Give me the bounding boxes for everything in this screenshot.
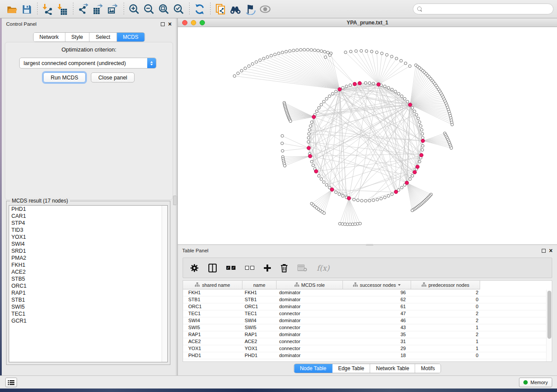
search-box[interactable]: [413, 3, 554, 14]
mcds-hub-node[interactable]: [330, 188, 334, 191]
network-svg[interactable]: [178, 27, 557, 244]
ring-node[interactable]: [331, 93, 334, 95]
mcds-hub-node[interactable]: [416, 165, 419, 168]
leaf-node[interactable]: [408, 65, 411, 67]
ring-node[interactable]: [397, 93, 400, 95]
table-row[interactable]: SWI5SWI5connector431: [183, 324, 552, 331]
ring-node[interactable]: [310, 121, 313, 124]
leaf-node[interactable]: [323, 50, 326, 53]
mcds-result-item[interactable]: TID3: [9, 227, 167, 234]
leaf-node[interactable]: [262, 57, 265, 60]
horizontal-splitter-grip[interactable]: [366, 244, 374, 246]
column-header-name[interactable]: name: [242, 281, 277, 289]
column-header-predecessor-nodes[interactable]: predecessor nodes: [411, 281, 480, 289]
mcds-result-list[interactable]: PHD1CAR1STP4TID3YOX1SWI4SRD1PMA2FKH1ACE2…: [9, 205, 168, 362]
tab-mcds[interactable]: MCDS: [117, 33, 144, 41]
leaf-node[interactable]: [360, 49, 363, 52]
tab-network-table[interactable]: Network Table: [370, 364, 415, 373]
leaf-node[interactable]: [306, 48, 309, 51]
deselect-all-icon[interactable]: [245, 266, 254, 270]
mcds-hub-node[interactable]: [413, 170, 416, 174]
ring-node[interactable]: [384, 85, 386, 88]
ring-node[interactable]: [318, 175, 320, 177]
leaf-node[interactable]: [277, 52, 280, 55]
mcds-result-item[interactable]: STB1: [9, 296, 167, 303]
ring-node[interactable]: [320, 178, 322, 180]
mcds-result-item[interactable]: PMA2: [9, 254, 167, 261]
table-row[interactable]: FKH1FKH1dominator962: [183, 289, 552, 296]
tab-edge-table[interactable]: Edge Table: [332, 364, 370, 373]
ring-node[interactable]: [325, 184, 328, 186]
leaf-node[interactable]: [270, 54, 273, 57]
leaf-node[interactable]: [395, 57, 398, 60]
leaf-node[interactable]: [381, 52, 383, 55]
leaf-node[interactable]: [266, 55, 269, 58]
mcds-hub-node[interactable]: [307, 146, 311, 150]
add-column-icon[interactable]: [264, 265, 271, 272]
tab-motifs[interactable]: Motifs: [415, 364, 441, 373]
leaf-node[interactable]: [323, 212, 325, 214]
delete-column-icon[interactable]: [280, 264, 288, 272]
leaf-node[interactable]: [391, 55, 393, 58]
mcds-result-item[interactable]: TEC1: [9, 310, 167, 317]
leaf-node[interactable]: [341, 223, 344, 225]
tab-style[interactable]: Style: [65, 33, 90, 41]
leaf-node[interactable]: [240, 69, 243, 72]
mcds-hub-node[interactable]: [405, 181, 408, 185]
leaf-node[interactable]: [317, 49, 319, 52]
ring-node[interactable]: [307, 141, 310, 143]
float-table-panel-icon[interactable]: [542, 249, 546, 253]
table-row[interactable]: TEC1TEC1connector472: [183, 310, 552, 317]
mcds-result-item[interactable]: CAR1: [9, 213, 167, 220]
leaf-node[interactable]: [346, 223, 349, 226]
node-table[interactable]: shared namenameMCDS rolesuccessor nodesp…: [183, 280, 552, 362]
ring-node[interactable]: [345, 85, 348, 88]
leaf-node[interactable]: [349, 50, 352, 53]
table-row[interactable]: SWI4SWI4dominator462: [183, 317, 552, 324]
sort-chevron-icon[interactable]: [398, 284, 401, 286]
mcds-list-scrollbar[interactable]: [162, 206, 167, 362]
leaf-node[interactable]: [285, 50, 287, 53]
ring-node[interactable]: [312, 164, 315, 167]
ring-node[interactable]: [338, 193, 341, 196]
leaf-node[interactable]: [244, 67, 246, 69]
leaf-node[interactable]: [411, 209, 414, 212]
ring-node[interactable]: [391, 88, 393, 91]
leaf-node[interactable]: [281, 51, 284, 54]
ring-node[interactable]: [307, 137, 310, 139]
mcds-hub-node[interactable]: [419, 153, 423, 157]
first-neighbors-icon[interactable]: [228, 2, 243, 17]
ring-node[interactable]: [368, 82, 371, 84]
ring-node[interactable]: [387, 195, 390, 197]
leaf-node[interactable]: [296, 49, 298, 52]
ring-node[interactable]: [418, 121, 421, 124]
mcds-result-item[interactable]: ACE2: [9, 268, 167, 275]
mcds-hub-node[interactable]: [421, 139, 425, 142]
leaf-node[interactable]: [281, 142, 284, 144]
ring-node[interactable]: [411, 107, 414, 109]
ring-node[interactable]: [415, 113, 418, 116]
task-history-button[interactable]: [5, 378, 17, 387]
leaf-node[interactable]: [339, 222, 341, 225]
mcds-hub-node[interactable]: [353, 82, 356, 86]
leaf-node[interactable]: [451, 123, 453, 126]
mcds-result-item[interactable]: SRD1: [9, 248, 167, 254]
mcds-hub-node[interactable]: [358, 82, 361, 85]
column-header-successor-nodes[interactable]: successor nodes: [343, 281, 411, 289]
ring-node[interactable]: [394, 90, 397, 93]
ring-node[interactable]: [411, 175, 414, 177]
table-row[interactable]: PHD1PHD1dominator180: [183, 352, 552, 359]
import-network-icon[interactable]: [40, 2, 55, 17]
ring-node[interactable]: [421, 148, 424, 151]
mcds-result-item[interactable]: STP4: [9, 220, 167, 227]
ring-node[interactable]: [417, 117, 419, 120]
ring-node[interactable]: [418, 160, 421, 163]
show-hidden-icon[interactable]: [258, 2, 273, 17]
ring-node[interactable]: [325, 97, 328, 100]
show-columns-icon[interactable]: [208, 264, 217, 272]
leaf-node[interactable]: [288, 50, 291, 52]
mcds-hub-node[interactable]: [338, 88, 341, 91]
mcds-result-item[interactable]: FKH1: [9, 261, 167, 268]
mcds-hub-node[interactable]: [314, 169, 318, 173]
ring-node[interactable]: [315, 110, 318, 113]
